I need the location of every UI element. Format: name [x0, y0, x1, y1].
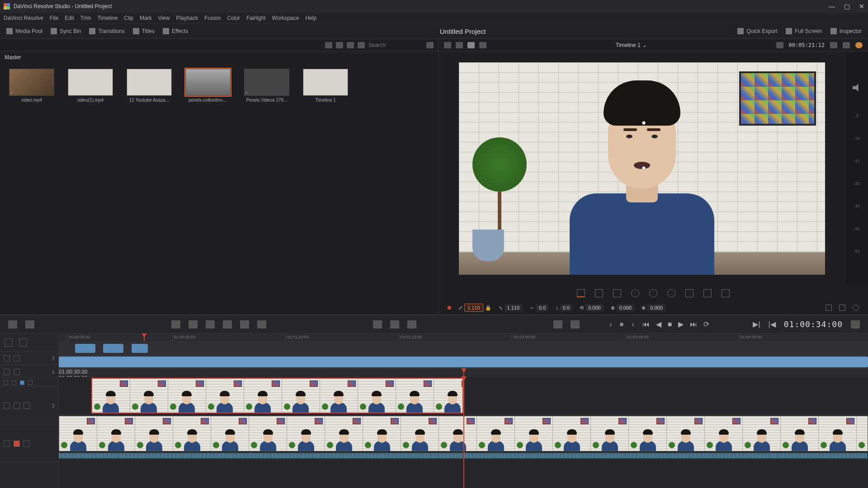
bin-name[interactable]: Master — [0, 52, 438, 63]
match-frame-icon[interactable] — [776, 42, 783, 48]
menu-trim[interactable]: Trim — [80, 15, 91, 21]
single-viewer-icon[interactable] — [444, 42, 451, 48]
speaker-icon[interactable] — [853, 84, 861, 92]
menu-workspace[interactable]: Workspace — [272, 15, 299, 21]
dual-viewer-icon[interactable] — [456, 42, 463, 48]
trim-view-icon[interactable] — [373, 320, 382, 328]
ripple-icon[interactable] — [390, 320, 399, 328]
inspector-toggle[interactable]: Inspector — [830, 28, 862, 34]
search-input[interactable] — [368, 42, 423, 48]
close-up-icon[interactable] — [407, 320, 416, 328]
audio-tool-icon[interactable] — [722, 289, 730, 297]
transform-handle[interactable] — [642, 166, 646, 170]
prev-edit-button[interactable]: |◀ — [769, 320, 776, 328]
video-track-head-2[interactable]: 2 — [0, 387, 58, 425]
retime-icon[interactable] — [667, 289, 675, 297]
reset-icon[interactable] — [853, 305, 859, 311]
flip-h-icon[interactable] — [826, 305, 832, 311]
append-icon[interactable] — [257, 320, 266, 328]
pos-y-field[interactable]: 0.0 — [560, 304, 572, 311]
overview-playhead[interactable] — [144, 333, 145, 341]
menu-clip[interactable]: Clip — [124, 15, 133, 21]
clip-item[interactable]: ♪11 Youtube Ausza... — [127, 69, 172, 103]
bypass-icon[interactable] — [843, 42, 850, 48]
insert-icon[interactable] — [171, 320, 180, 328]
first-frame-button[interactable]: ⏮ — [642, 320, 650, 328]
menu-edit[interactable]: Edit — [65, 15, 74, 21]
marker-view-icon[interactable] — [12, 380, 16, 385]
overview-lane-v2[interactable] — [59, 342, 868, 355]
dynamic-zoom-icon[interactable] — [613, 289, 621, 297]
viewer-mode-icon[interactable] — [830, 42, 837, 48]
clip-item[interactable]: ♪Pexels Videos 279... — [244, 69, 289, 103]
lock-icon[interactable]: 🔒 — [485, 305, 491, 311]
prev-marker-icon[interactable]: ‹ — [609, 320, 612, 328]
zoom-y-field[interactable]: 1.110 — [505, 304, 523, 311]
mute-icon[interactable] — [14, 441, 20, 447]
anchor-x-field[interactable]: 0.000 — [617, 304, 635, 311]
menu-davinci[interactable]: DaVinci Resolve — [4, 15, 43, 21]
next-marker-icon[interactable]: › — [632, 320, 634, 328]
detail-playhead[interactable] — [463, 369, 464, 376]
full-screen-button[interactable]: Full Screen — [786, 28, 822, 34]
keyframe-record-icon[interactable] — [448, 306, 451, 310]
titles-toggle[interactable]: Titles — [133, 28, 155, 34]
maximize-button[interactable]: ▢ — [844, 3, 850, 10]
edit-index-icon[interactable] — [4, 380, 8, 385]
zoom-x-field[interactable]: 1.110 — [464, 304, 483, 312]
prev-frame-button[interactable]: ◀ — [656, 320, 661, 328]
tracks-area[interactable]: 01:00:00:00 01:00:45:00 01:01:30:00 01:0… — [59, 333, 868, 488]
overview-clip[interactable] — [59, 357, 868, 367]
menu-mark[interactable]: Mark — [140, 15, 152, 21]
effects-toggle[interactable]: Effects — [163, 28, 188, 34]
split-view-icon[interactable] — [571, 320, 580, 328]
detail-ruler[interactable]: 01:00:30:00 01:00:32:00 01:00:34:00 01:0… — [59, 369, 868, 377]
link-icon[interactable] — [14, 355, 20, 361]
next-frame-button[interactable]: ⏭ — [690, 320, 697, 328]
stop-button[interactable]: ■ — [668, 320, 672, 328]
lens-correction-icon[interactable] — [649, 289, 657, 297]
clip-item[interactable]: Timeline 1 — [303, 69, 348, 103]
mute-icon[interactable] — [14, 403, 20, 409]
transitions-toggle[interactable]: Transitions — [89, 28, 124, 34]
sort-icon[interactable] — [426, 42, 434, 48]
list-view-icon[interactable] — [358, 42, 365, 48]
overview-lane-v1[interactable] — [59, 355, 868, 369]
menu-color[interactable]: Color — [227, 15, 240, 21]
overview-clip[interactable] — [132, 344, 148, 353]
composite-icon[interactable] — [685, 289, 693, 297]
stabilize-icon[interactable] — [631, 289, 639, 297]
strip-view-icon[interactable] — [347, 42, 354, 48]
clip-item[interactable]: ♪video.mp4 — [9, 69, 54, 103]
snap-icon[interactable] — [4, 369, 10, 375]
loop-region-icon[interactable] — [855, 42, 863, 48]
menu-help[interactable]: Help — [305, 15, 316, 21]
overview-ruler[interactable]: 01:00:00:00 01:00:45:00 01:01:30:00 01:0… — [59, 333, 868, 342]
pos-x-field[interactable]: 0.0 — [536, 304, 548, 311]
cinema-viewer-icon[interactable] — [467, 42, 475, 48]
replace-icon[interactable] — [206, 320, 215, 328]
clip-item[interactable]: video(1).mp4 — [68, 69, 113, 103]
upper-track-head-v2[interactable]: 2 — [0, 352, 58, 365]
menu-timeline[interactable]: Timeline — [97, 15, 118, 21]
overview-clip[interactable] — [75, 344, 95, 353]
video-track-head-1[interactable] — [0, 425, 58, 463]
link-icon[interactable] — [14, 369, 20, 375]
thumbnail-view-icon[interactable] — [336, 42, 343, 48]
viewer-dropdown-icon[interactable] — [479, 42, 486, 48]
timeline-options-icon[interactable] — [851, 320, 860, 328]
selection-tool-icon[interactable] — [5, 338, 13, 347]
enable-icon[interactable] — [24, 441, 30, 447]
blade-icon[interactable] — [25, 320, 34, 328]
lock-icon[interactable] — [4, 441, 10, 447]
media-pool-toggle[interactable]: Media Pool — [6, 28, 42, 34]
next-edit-button[interactable]: ▶| — [753, 320, 760, 328]
flip-v-icon[interactable] — [839, 305, 845, 311]
menu-file[interactable]: File — [50, 15, 58, 21]
sync-lock-icon[interactable] — [28, 380, 33, 385]
transform-handle[interactable] — [642, 121, 646, 125]
menu-fusion[interactable]: Fusion — [204, 15, 221, 21]
marker-dot-icon[interactable] — [620, 323, 623, 326]
minimize-button[interactable]: — — [829, 3, 835, 10]
timeline-selector[interactable]: Timeline 1 ⌄ — [616, 42, 647, 48]
